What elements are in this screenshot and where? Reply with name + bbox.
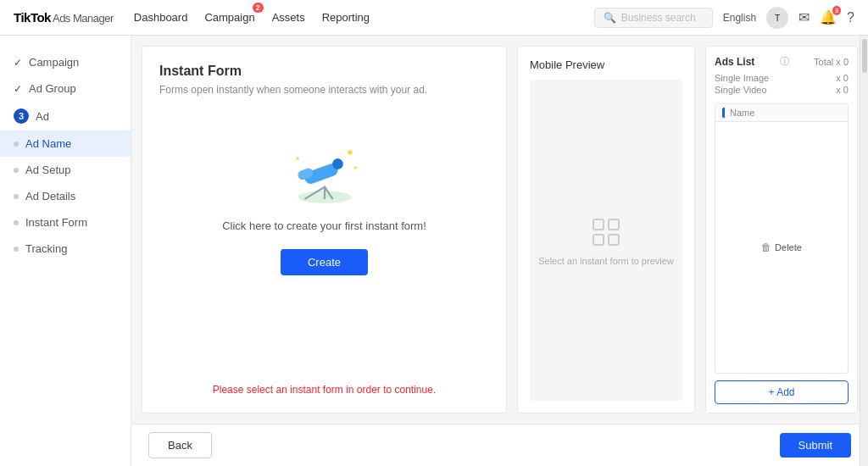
svg-rect-11 [609, 219, 619, 230]
step-number: 3 [14, 108, 29, 124]
ads-list-panel: Ads List ⓘ Total x 0 Single Image x 0 Si… [705, 46, 858, 413]
single-video-label: Single Video [715, 85, 767, 95]
campaign-badge: 2 [253, 3, 264, 13]
single-video-count-row: Single Video x 0 [715, 85, 849, 95]
mobile-preview-title: Mobile Preview [530, 58, 682, 71]
topnav-right: 🔍 Business search English T ✉ 🔔 3 ? [594, 7, 854, 29]
single-image-label: Single Image [715, 73, 769, 83]
nav-assets[interactable]: Assets [272, 8, 305, 27]
single-video-count: x 0 [836, 85, 849, 95]
notif-count-badge: 3 [832, 6, 841, 15]
sidebar-item-campaign[interactable]: ✓ Campaign [0, 49, 131, 75]
sidebar-label-adgroup: Ad Group [29, 82, 76, 95]
nav-reporting[interactable]: Reporting [322, 8, 370, 27]
help-icon[interactable]: ? [847, 10, 854, 25]
ads-name-column-header: Name [730, 108, 754, 118]
scroll-handle[interactable] [860, 36, 868, 466]
dot-icon-3 [14, 194, 19, 199]
mobile-preview-panel: Mobile Preview Select an instant form to… [517, 46, 695, 413]
search-bar[interactable]: 🔍 Business search [594, 8, 713, 28]
delete-label[interactable]: Delete [775, 242, 802, 252]
nav-dashboard[interactable]: Dashboard [134, 8, 188, 27]
ads-counts: Single Image x 0 Single Video x 0 [715, 73, 849, 97]
preview-placeholder-text: Select an instant form to preview [538, 256, 674, 266]
sidebar-item-tracking[interactable]: Tracking [0, 236, 131, 262]
ads-total-count: Total x 0 [814, 57, 849, 67]
single-image-count: x 0 [836, 73, 849, 83]
top-nav-links: Dashboard Campaign 2 Assets Reporting [134, 8, 574, 27]
preview-phone-area: Select an instant form to preview [530, 80, 682, 401]
instant-form-title: Instant Form [159, 64, 242, 79]
scroll-thumb [862, 39, 867, 73]
dot-icon-2 [14, 168, 19, 173]
trash-icon: 🗑 [761, 241, 771, 253]
blue-accent-line [722, 108, 725, 118]
nav-campaign[interactable]: Campaign 2 [204, 8, 254, 27]
sidebar-label-tracking: Tracking [25, 242, 67, 255]
ads-manager-label: Ads Manager [53, 12, 114, 25]
sidebar-item-instantform[interactable]: Instant Form [0, 209, 131, 236]
submit-button[interactable]: Submit [780, 433, 851, 458]
sidebar: ✓ Campaign ✓ Ad Group 3 Ad Ad Name Ad Se… [0, 36, 131, 466]
user-avatar[interactable]: T [766, 7, 788, 29]
dot-icon-5 [14, 247, 19, 252]
sidebar-label-addetails: Ad Details [25, 190, 75, 202]
sidebar-label-adname: Ad Name [25, 137, 71, 150]
preview-placeholder-icon [589, 215, 623, 249]
bottom-bar: Back Submit [131, 424, 868, 466]
sidebar-label-campaign: Campaign [29, 56, 79, 69]
check-icon-2: ✓ [14, 83, 22, 95]
search-placeholder: Business search [621, 12, 696, 24]
svg-point-9 [353, 166, 357, 169]
ads-table: Name 🗑 Delete [715, 103, 849, 374]
sidebar-item-adname[interactable]: Ad Name [0, 130, 131, 157]
sidebar-item-adgroup[interactable]: ✓ Ad Group [0, 75, 131, 102]
add-button[interactable]: + Add [715, 380, 849, 404]
sidebar-item-addetails[interactable]: Ad Details [0, 183, 131, 209]
svg-rect-10 [593, 219, 604, 230]
instant-form-subtitle: Forms open instantly when someone intera… [159, 84, 427, 96]
telescope-illustration [282, 130, 367, 206]
single-image-count-row: Single Image x 0 [715, 73, 849, 83]
instant-form-panel: Instant Form Forms open instantly when s… [142, 46, 507, 413]
search-icon: 🔍 [604, 12, 616, 24]
sidebar-label-adsetup: Ad Setup [25, 164, 71, 176]
content-panels: Instant Form Forms open instantly when s… [131, 36, 868, 424]
app-logo: TikTokAds Manager [14, 10, 114, 25]
back-button[interactable]: Back [148, 432, 212, 458]
notifications-icon[interactable]: 🔔 3 [820, 9, 837, 25]
svg-point-8 [296, 157, 299, 160]
ads-delete-row[interactable]: 🗑 Delete [761, 241, 802, 253]
ads-table-header: Name [715, 104, 848, 122]
dot-icon [14, 141, 19, 147]
svg-rect-12 [593, 235, 604, 245]
main-layout: ✓ Campaign ✓ Ad Group 3 Ad Ad Name Ad Se… [0, 36, 868, 466]
sidebar-label-instantform: Instant Form [25, 216, 87, 229]
svg-rect-13 [609, 235, 619, 245]
ads-list-title: Ads List [715, 56, 754, 68]
ads-table-body: 🗑 Delete [715, 122, 848, 373]
ads-info-icon[interactable]: ⓘ [780, 55, 789, 68]
messages-icon[interactable]: ✉ [798, 9, 810, 25]
dot-icon-4 [14, 220, 19, 225]
ads-list-header: Ads List ⓘ Total x 0 [715, 55, 849, 68]
language-selector[interactable]: English [723, 12, 756, 24]
content-area: Instant Form Forms open instantly when s… [131, 36, 868, 466]
create-button[interactable]: Create [281, 249, 368, 275]
top-navigation: TikTokAds Manager Dashboard Campaign 2 A… [0, 0, 868, 36]
sidebar-label-ad: Ad [36, 110, 49, 123]
sidebar-item-ad[interactable]: 3 Ad [0, 102, 131, 130]
tiktok-wordmark: TikTokAds Manager [14, 10, 114, 25]
sidebar-item-adsetup[interactable]: Ad Setup [0, 157, 131, 183]
error-message: Please select an instant form in order t… [213, 367, 436, 396]
svg-point-7 [348, 150, 352, 154]
create-prompt: Click here to create your first instant … [222, 219, 426, 232]
check-icon: ✓ [14, 57, 22, 69]
